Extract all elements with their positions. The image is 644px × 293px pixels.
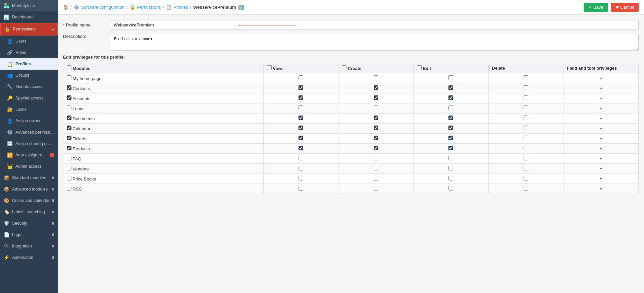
delete-8-checkbox[interactable]: [524, 156, 528, 160]
sidebar-item-roles[interactable]: 🔗 Roles: [0, 47, 58, 58]
sidebar-item-permissions[interactable]: 🔒 Permissions ◀: [0, 23, 58, 35]
sidebar-item-auto-assign[interactable]: 🔁 Auto assign records !: [0, 149, 58, 161]
profile-name-input[interactable]: [110, 20, 639, 30]
delete-7-checkbox[interactable]: [524, 146, 528, 150]
sidebar-item-advanced-permissions[interactable]: ⚙️ Advanced permissions: [0, 127, 58, 138]
sidebar-item-dashboard[interactable]: 📊 Dashboard: [0, 11, 58, 23]
create-3-checkbox[interactable]: [374, 105, 378, 110]
create-5-checkbox[interactable]: [374, 126, 378, 130]
chevron-down-icon[interactable]: ▾: [600, 166, 602, 171]
create-6-checkbox[interactable]: [374, 136, 378, 140]
chevron-down-icon[interactable]: ▾: [600, 116, 602, 121]
edit-7-checkbox[interactable]: [448, 146, 453, 150]
view-10-checkbox[interactable]: [299, 176, 303, 180]
create-10-checkbox[interactable]: [374, 176, 378, 180]
chevron-down-icon[interactable]: ▾: [600, 106, 602, 111]
breadcrumb-permissions[interactable]: Permissions: [137, 5, 161, 10]
view-1-checkbox[interactable]: [299, 85, 303, 90]
edit-2-checkbox[interactable]: [448, 95, 453, 100]
select-all-edit-checkbox[interactable]: [417, 65, 422, 70]
create-2-checkbox[interactable]: [374, 95, 378, 100]
delete-1-checkbox[interactable]: [524, 85, 528, 90]
sidebar-item-assign-sharing[interactable]: 🔄 Assign sharing users: [0, 138, 58, 149]
delete-6-checkbox[interactable]: [524, 136, 528, 140]
chevron-down-icon[interactable]: ▾: [600, 146, 602, 151]
sidebar-item-locks[interactable]: 🔐 Locks: [0, 104, 58, 115]
cancel-button[interactable]: ✖ Cancel: [611, 3, 639, 12]
module-checkbox[interactable]: [67, 156, 71, 160]
sidebar-item-special-access[interactable]: 🔑 Special access: [0, 92, 58, 104]
sidebar-item-automation[interactable]: ⚡ Automation: [0, 252, 58, 263]
delete-5-checkbox[interactable]: [524, 126, 528, 130]
view-2-checkbox[interactable]: [299, 95, 303, 100]
chevron-down-icon[interactable]: ▾: [600, 136, 602, 141]
select-all-view-checkbox[interactable]: [267, 65, 272, 70]
chevron-down-icon[interactable]: ▾: [600, 156, 602, 161]
delete-11-checkbox[interactable]: [524, 186, 528, 191]
home-icon[interactable]: 🏠: [63, 5, 68, 10]
breadcrumb-software-config[interactable]: Software configuration: [81, 5, 124, 10]
sidebar-item-advanced-modules[interactable]: 📦 Advanced modules: [0, 184, 58, 195]
sidebar-item-users[interactable]: 👤 Users: [0, 35, 58, 47]
sidebar-item-profiles[interactable]: 📋 Profiles: [0, 58, 58, 70]
create-9-checkbox[interactable]: [374, 166, 378, 170]
view-7-checkbox[interactable]: [299, 146, 303, 150]
chevron-down-icon[interactable]: ▾: [600, 176, 602, 181]
edit-11-checkbox[interactable]: [448, 186, 453, 191]
delete-3-checkbox[interactable]: [524, 105, 528, 110]
chevron-down-icon[interactable]: ▾: [600, 96, 602, 101]
create-8-checkbox[interactable]: [374, 156, 378, 160]
sidebar-item-marketplace[interactable]: 🏪 Marketplace: [0, 0, 58, 11]
create-0-checkbox[interactable]: [374, 75, 378, 80]
breadcrumb-profiles[interactable]: Profiles: [173, 5, 188, 10]
view-9-checkbox[interactable]: [299, 166, 303, 170]
chevron-down-icon[interactable]: ▾: [600, 126, 602, 131]
delete-0-checkbox[interactable]: [524, 75, 528, 80]
description-textarea[interactable]: Portal customer: [110, 34, 639, 51]
sidebar-item-standard-modules[interactable]: 📦 Standard modules: [0, 172, 58, 184]
module-checkbox[interactable]: [67, 95, 71, 100]
edit-5-checkbox[interactable]: [448, 126, 453, 130]
select-all-modules-checkbox[interactable]: [67, 65, 71, 70]
module-checkbox[interactable]: [67, 126, 71, 130]
info-icon[interactable]: ℹ️: [238, 5, 244, 10]
delete-10-checkbox[interactable]: [524, 176, 528, 180]
view-8-checkbox[interactable]: [299, 156, 303, 160]
module-checkbox[interactable]: [67, 166, 71, 170]
module-checkbox[interactable]: [67, 186, 71, 191]
create-7-checkbox[interactable]: [374, 146, 378, 150]
create-4-checkbox[interactable]: [374, 116, 378, 120]
module-checkbox[interactable]: [67, 85, 71, 90]
module-checkbox[interactable]: [67, 176, 71, 180]
edit-8-checkbox[interactable]: [448, 156, 453, 160]
view-5-checkbox[interactable]: [299, 126, 303, 130]
chevron-down-icon[interactable]: ▾: [600, 86, 602, 91]
edit-4-checkbox[interactable]: [448, 116, 453, 120]
edit-1-checkbox[interactable]: [448, 85, 453, 90]
sidebar-item-groups[interactable]: 👥 Groups: [0, 70, 58, 81]
module-checkbox[interactable]: [67, 146, 71, 150]
sidebar-item-module-access[interactable]: 🔧 Module access: [0, 81, 58, 92]
edit-10-checkbox[interactable]: [448, 176, 453, 180]
save-button[interactable]: ✔ Save: [584, 3, 608, 12]
module-checkbox[interactable]: [67, 105, 71, 110]
sidebar-item-security[interactable]: 🛡️ Security: [0, 218, 58, 229]
select-all-create-checkbox[interactable]: [342, 65, 346, 70]
sidebar-item-admin-access[interactable]: 👑 Admin access: [0, 161, 58, 172]
view-3-checkbox[interactable]: [299, 105, 303, 110]
sidebar-item-integration[interactable]: 🔌 Integration: [0, 240, 58, 252]
create-11-checkbox[interactable]: [374, 186, 378, 191]
chevron-down-icon[interactable]: ▾: [600, 76, 602, 81]
chevron-down-icon[interactable]: ▾: [600, 187, 602, 191]
edit-6-checkbox[interactable]: [448, 136, 453, 140]
delete-9-checkbox[interactable]: [524, 166, 528, 170]
create-1-checkbox[interactable]: [374, 85, 378, 90]
view-0-checkbox[interactable]: [299, 75, 303, 80]
edit-9-checkbox[interactable]: [448, 166, 453, 170]
sidebar-item-colors-calendar[interactable]: 🎨 Colors and calendar: [0, 195, 58, 206]
delete-4-checkbox[interactable]: [524, 116, 528, 120]
module-checkbox[interactable]: [67, 75, 71, 80]
view-6-checkbox[interactable]: [299, 136, 303, 140]
sidebar-item-labels-searching[interactable]: 🏷️ Labels, searching an...: [0, 206, 58, 218]
delete-2-checkbox[interactable]: [524, 95, 528, 100]
